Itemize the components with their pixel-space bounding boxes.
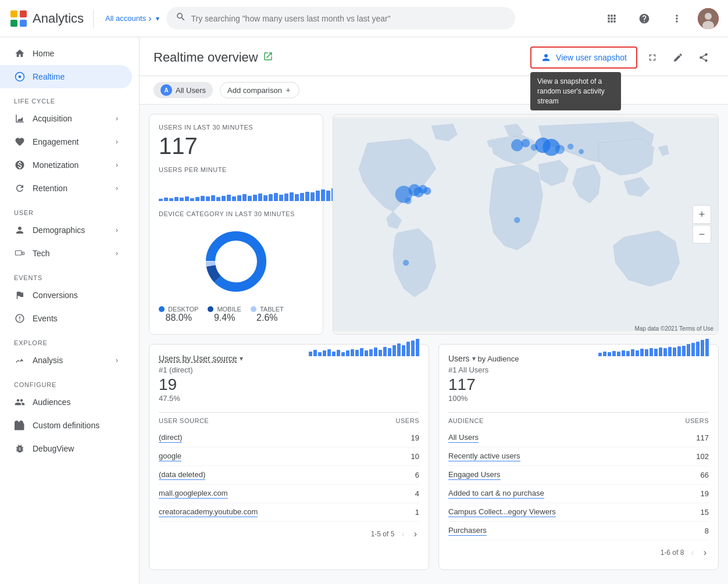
table-row: All Users117 [448,429,709,447]
sidebar-item-debugview[interactable]: DebugView [0,437,132,460]
donut-chart [159,222,313,301]
table-row: Campus Collect...egory Viewers15 [448,503,709,522]
zoom-in-button[interactable]: + [693,205,711,224]
source-rank: #1 (direct) [159,366,193,374]
svg-rect-9 [16,251,22,256]
map-card: + − Map data ©2021 Terms of Use [333,114,719,335]
svg-point-24 [511,139,523,152]
spark-bar [416,339,419,356]
users-by-audience-card: Users ▾ by Audience #1 All Users 117 100… [438,344,719,570]
source-row-label[interactable]: mall.googleplex.com [159,489,228,499]
spark-bar [383,347,387,356]
share-icon[interactable] [693,47,714,68]
desktop-dot [159,306,165,312]
sidebar-item-events[interactable]: Events [0,307,132,330]
table-row: mall.googleplex.com4 [159,485,419,503]
sidebar-item-analysis[interactable]: Analysis › [0,349,132,372]
audience-row-label[interactable]: All Users [448,433,479,443]
grid-icon[interactable] [600,7,623,30]
snapshot-tooltip: View a snapshot of a random user's activ… [530,72,621,110]
add-comparison-button[interactable]: Add comparison ＋ [220,82,299,98]
audience-prev-button[interactable]: ‹ [688,545,696,560]
device-legend: DESKTOP 88.0% MOBILE 9.4% [159,306,313,323]
all-accounts-link[interactable]: All accounts [105,14,146,23]
spark-bar [332,352,336,356]
sidebar-item-monetization[interactable]: Monetization › [0,153,132,177]
help-icon[interactable] [633,7,656,30]
source-prev-button[interactable]: ‹ [399,526,406,542]
source-row-label[interactable]: google [159,452,181,461]
search-bar[interactable] [166,7,515,30]
bar [180,198,184,201]
sidebar-item-tech[interactable]: Tech › [0,242,132,265]
bar [274,193,278,201]
desktop-legend: DESKTOP 88.0% [159,306,198,323]
source-sparkline [309,338,419,356]
all-users-chip[interactable]: A All Users [154,82,213,98]
search-input[interactable] [191,14,506,23]
sidebar-item-retention[interactable]: Retention › [0,177,132,200]
tablet-legend: TABLET 2.6% [251,306,284,323]
spark-bar [701,340,704,356]
more-vert-icon[interactable] [665,7,688,30]
audience-table-header: AUDIENCE USERS [448,412,709,429]
bar [295,194,299,201]
source-next-button[interactable]: › [412,526,419,542]
dropdown-arrow-icon[interactable]: ▾ [156,15,159,23]
svg-point-29 [555,145,565,154]
sidebar-item-engagement[interactable]: Engagement › [0,130,132,153]
table-row: creatoracademy.youtube.com1 [159,503,419,522]
source-row-label[interactable]: (direct) [159,433,182,443]
bottom-row: Users by User source ▾ #1 (direct) 19 47… [149,344,719,570]
main-content: Realtime overview View user snapshot Vie… [140,37,728,584]
view-snapshot-button[interactable]: View user snapshot [530,46,637,69]
sidebar-item-home[interactable]: Home [0,42,132,65]
breadcrumb[interactable]: All accounts › ▾ [105,13,159,24]
spark-bar [313,350,317,356]
source-row-value: 19 [411,433,419,442]
spark-bar [687,344,690,356]
spark-bar [654,349,658,356]
sidebar-item-custom-definitions[interactable]: Custom definitions [0,414,132,437]
spark-bar [631,349,634,356]
events-nav-icon [14,313,26,324]
bar [237,195,241,201]
audience-row-label[interactable]: Engaged Users [448,470,501,480]
spark-bar [374,347,377,356]
bar [311,192,315,201]
audience-number: 117 [448,375,488,394]
bar [248,196,252,201]
audience-next-button[interactable]: › [701,545,709,560]
sidebar-item-realtime[interactable]: Realtime [0,65,132,88]
sidebar: Home Realtime LIFE CYCLE Acquisition › E… [0,37,140,584]
svg-point-25 [522,139,530,148]
bar [185,196,189,201]
avatar[interactable] [698,8,719,29]
audience-dropdown-icon[interactable]: ▾ [472,354,476,363]
source-row-value: 10 [411,452,419,461]
zoom-out-button[interactable]: − [693,225,711,243]
demographics-icon [14,224,26,236]
edit-dashboard-icon[interactable] [668,47,688,68]
user-section-label: USER [0,200,139,218]
realtime-icon [14,71,26,83]
audience-row-label[interactable]: Campus Collect...egory Viewers [448,507,556,517]
sidebar-item-conversions[interactable]: Conversions [0,284,132,307]
acquisition-icon [14,113,26,124]
fullscreen-icon[interactable] [642,47,663,68]
source-row-label[interactable]: (data deleted) [159,470,205,480]
app-body: Home Realtime LIFE CYCLE Acquisition › E… [0,37,728,584]
source-dropdown-icon[interactable]: ▾ [240,354,243,363]
audience-row-label[interactable]: Recently active users [448,452,520,461]
realtime-link-icon[interactable] [263,51,273,65]
sidebar-item-audiences[interactable]: Audiences [0,390,132,414]
spark-bar [603,352,606,356]
audience-row-label[interactable]: Added to cart & no purchase [448,489,544,499]
audience-row-label[interactable]: Purchasers [448,526,487,536]
source-row-label[interactable]: creatoracademy.youtube.com [159,507,258,517]
bar [326,191,330,201]
audience-sparkline [598,338,709,356]
sidebar-item-demographics[interactable]: Demographics › [0,218,132,242]
sidebar-item-acquisition[interactable]: Acquisition › [0,107,132,130]
spark-bar [622,350,625,356]
